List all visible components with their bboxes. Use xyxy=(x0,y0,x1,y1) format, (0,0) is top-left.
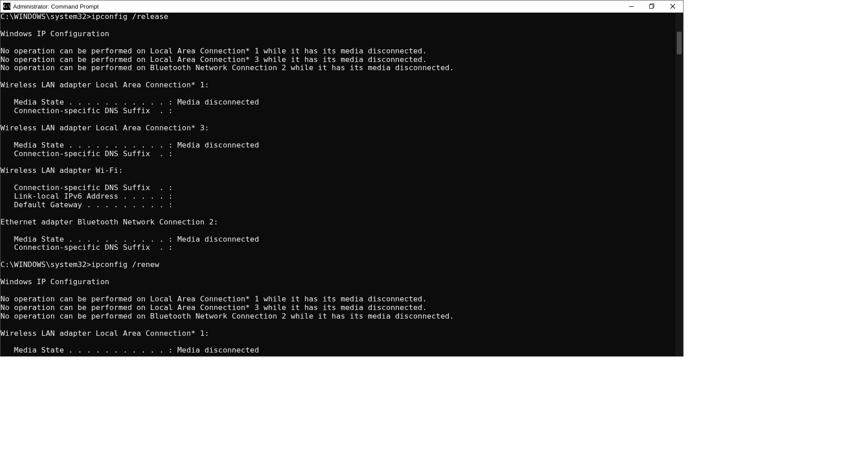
maximize-icon xyxy=(649,4,655,9)
scrollbar-thumb[interactable] xyxy=(677,32,682,54)
cmd-icon: C:\ xyxy=(3,3,10,10)
minimize-icon xyxy=(629,4,634,9)
titlebar[interactable]: C:\ Administrator: Command Prompt xyxy=(0,0,683,13)
console-body: C:\WINDOWS\system32>ipconfig /release Wi… xyxy=(0,13,683,356)
minimize-button[interactable] xyxy=(621,0,642,12)
close-icon xyxy=(670,4,675,9)
command-prompt-window: C:\ Administrator: Command Prompt C:\WIN… xyxy=(0,0,684,357)
maximize-button[interactable] xyxy=(642,0,662,12)
window-title: Administrator: Command Prompt xyxy=(13,3,621,10)
window-controls xyxy=(621,0,683,12)
console-output[interactable]: C:\WINDOWS\system32>ipconfig /release Wi… xyxy=(0,13,675,356)
svg-rect-1 xyxy=(650,5,653,9)
close-button[interactable] xyxy=(662,0,683,12)
vertical-scrollbar[interactable] xyxy=(675,13,683,356)
